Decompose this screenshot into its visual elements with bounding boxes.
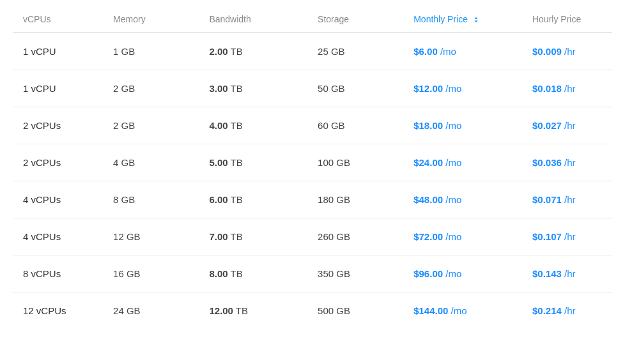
cell-vcpus: 8 vCPUs: [13, 255, 103, 292]
col-header-monthly-price[interactable]: Monthly Price: [403, 6, 522, 33]
cell-vcpus: 1 vCPU: [13, 70, 103, 107]
table-row[interactable]: 4 vCPUs 8 GB 6.00 TB 180 GB $48.00 /mo $…: [13, 181, 612, 218]
cell-hourly-price: $0.107 /hr: [522, 218, 612, 255]
cell-memory: 16 GB: [103, 255, 199, 292]
cell-storage: 260 GB: [307, 218, 403, 255]
cell-bandwidth: 7.00 TB: [199, 218, 307, 255]
cell-monthly-price: $6.00 /mo: [403, 33, 522, 70]
cell-vcpus: 4 vCPUs: [13, 181, 103, 218]
cell-monthly-price: $72.00 /mo: [403, 218, 522, 255]
cell-memory: 8 GB: [103, 181, 199, 218]
cell-hourly-price: $0.214 /hr: [522, 292, 612, 330]
cell-bandwidth: 5.00 TB: [199, 144, 307, 181]
table-row[interactable]: 1 vCPU 1 GB 2.00 TB 25 GB $6.00 /mo $0.0…: [13, 33, 612, 70]
cell-memory: 12 GB: [103, 218, 199, 255]
cell-vcpus: 4 vCPUs: [13, 218, 103, 255]
cell-hourly-price: $0.071 /hr: [522, 181, 612, 218]
cell-storage: 350 GB: [307, 255, 403, 292]
cell-memory: 2 GB: [103, 70, 199, 107]
cell-storage: 500 GB: [307, 292, 403, 330]
cell-monthly-price: $96.00 /mo: [403, 255, 522, 292]
col-header-memory: Memory: [103, 6, 199, 33]
table-row[interactable]: 4 vCPUs 12 GB 7.00 TB 260 GB $72.00 /mo …: [13, 218, 612, 255]
cell-storage: 100 GB: [307, 144, 403, 181]
cell-memory: 4 GB: [103, 144, 199, 181]
cell-hourly-price: $0.018 /hr: [522, 70, 612, 107]
table-header-row: vCPUs Memory Bandwidth Storage Monthly P…: [13, 6, 612, 33]
table-row[interactable]: 12 vCPUs 24 GB 12.00 TB 500 GB $144.00 /…: [13, 292, 612, 330]
cell-hourly-price: $0.009 /hr: [522, 33, 612, 70]
pricing-table: vCPUs Memory Bandwidth Storage Monthly P…: [13, 6, 612, 329]
cell-memory: 2 GB: [103, 107, 199, 144]
cell-memory: 1 GB: [103, 33, 199, 70]
cell-bandwidth: 12.00 TB: [199, 292, 307, 330]
table-row[interactable]: 2 vCPUs 4 GB 5.00 TB 100 GB $24.00 /mo $…: [13, 144, 612, 181]
cell-monthly-price: $144.00 /mo: [403, 292, 522, 330]
table-row[interactable]: 2 vCPUs 2 GB 4.00 TB 60 GB $18.00 /mo $0…: [13, 107, 612, 144]
cell-storage: 60 GB: [307, 107, 403, 144]
cell-hourly-price: $0.143 /hr: [522, 255, 612, 292]
cell-bandwidth: 6.00 TB: [199, 181, 307, 218]
cell-monthly-price: $24.00 /mo: [403, 144, 522, 181]
cell-vcpus: 2 vCPUs: [13, 107, 103, 144]
cell-storage: 50 GB: [307, 70, 403, 107]
cell-hourly-price: $0.027 /hr: [522, 107, 612, 144]
col-header-vcpus: vCPUs: [13, 6, 103, 33]
cell-hourly-price: $0.036 /hr: [522, 144, 612, 181]
table-row[interactable]: 1 vCPU 2 GB 3.00 TB 50 GB $12.00 /mo $0.…: [13, 70, 612, 107]
sort-icon: [473, 17, 479, 23]
cell-bandwidth: 2.00 TB: [199, 33, 307, 70]
col-header-storage: Storage: [307, 6, 403, 33]
cell-vcpus: 12 vCPUs: [13, 292, 103, 330]
cell-vcpus: 2 vCPUs: [13, 144, 103, 181]
cell-bandwidth: 3.00 TB: [199, 70, 307, 107]
cell-bandwidth: 8.00 TB: [199, 255, 307, 292]
cell-monthly-price: $12.00 /mo: [403, 70, 522, 107]
col-header-hourly-price: Hourly Price: [522, 6, 612, 33]
col-header-bandwidth: Bandwidth: [199, 6, 307, 33]
table-body: 1 vCPU 1 GB 2.00 TB 25 GB $6.00 /mo $0.0…: [13, 33, 612, 329]
cell-storage: 25 GB: [307, 33, 403, 70]
table-row[interactable]: 8 vCPUs 16 GB 8.00 TB 350 GB $96.00 /mo …: [13, 255, 612, 292]
cell-vcpus: 1 vCPU: [13, 33, 103, 70]
cell-bandwidth: 4.00 TB: [199, 107, 307, 144]
cell-monthly-price: $18.00 /mo: [403, 107, 522, 144]
cell-storage: 180 GB: [307, 181, 403, 218]
cell-monthly-price: $48.00 /mo: [403, 181, 522, 218]
cell-memory: 24 GB: [103, 292, 199, 330]
pricing-table-container: vCPUs Memory Bandwidth Storage Monthly P…: [0, 0, 625, 335]
